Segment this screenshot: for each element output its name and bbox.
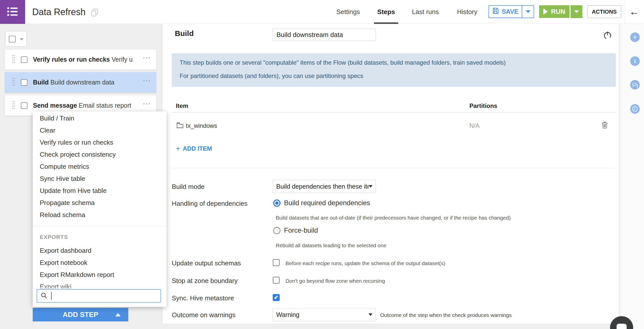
collapse-panel-arrow-icon[interactable]: ← xyxy=(628,0,640,24)
item-partitions: N/A xyxy=(469,122,479,129)
select-caret-icon xyxy=(369,185,373,188)
radio-build-required-dependencies[interactable] xyxy=(273,199,280,207)
step-title: Verify rules or run checks xyxy=(33,56,110,63)
step-ellipsis-menu-icon[interactable]: ⋯ xyxy=(143,76,151,85)
step-subtitle: Verify u… xyxy=(112,56,134,63)
step-info-box: This step builds one or several "computa… xyxy=(172,53,616,87)
scenario-list-icon xyxy=(6,5,19,19)
menu-item-check-consistency[interactable]: Check project consistency xyxy=(33,148,167,160)
actions-label: ACTIONS xyxy=(592,9,617,15)
outcome-on-warnings-label: Outcome on warnings xyxy=(172,311,235,319)
actions-button[interactable]: ACTIONS xyxy=(587,5,621,18)
menu-item-compute-metrics[interactable]: Compute metrics xyxy=(33,160,167,173)
step-ellipsis-menu-icon[interactable]: ⋯ xyxy=(143,53,151,62)
tab-history[interactable]: History xyxy=(456,0,478,24)
add-step-menu: Build / Train Clear Verify rules or run … xyxy=(33,111,167,307)
rail-history-clock-button[interactable] xyxy=(630,104,640,114)
menu-item-sync-hive[interactable]: Sync Hive table xyxy=(33,173,167,185)
run-dropdown-caret[interactable] xyxy=(571,5,582,18)
tab-settings[interactable]: Settings xyxy=(336,0,361,24)
build-mode-label: Build mode xyxy=(172,183,205,191)
checkbox-update-output-schemas[interactable] xyxy=(273,259,280,266)
copy-icon[interactable] xyxy=(91,9,98,18)
step-subtitle: Build downstream data xyxy=(50,79,114,86)
select-all-control[interactable] xyxy=(5,31,27,47)
menu-item-clear[interactable]: Clear xyxy=(33,124,167,136)
radio-build-required-label[interactable]: Build required dependencies xyxy=(284,199,370,207)
save-button[interactable]: SAVE xyxy=(489,5,534,18)
item-name[interactable]: tx_windows xyxy=(186,122,217,129)
menu-divider xyxy=(33,226,167,226)
run-label: RUN xyxy=(551,8,565,16)
save-dropdown-caret[interactable] xyxy=(522,6,534,18)
folder-icon xyxy=(177,122,183,129)
step-checkbox[interactable] xyxy=(21,102,27,109)
right-rail: + i xyxy=(620,24,644,329)
item-row: tx_windows N/A xyxy=(176,121,619,131)
add-step-button[interactable]: ADD STEP xyxy=(33,308,128,321)
menu-section-exports: EXPORTS xyxy=(40,234,68,240)
radio-force-build-description: Rebuild all datasets leading to the sele… xyxy=(276,242,386,249)
drag-handle-icon[interactable] xyxy=(12,100,15,111)
stop-at-zone-boundary-description: Don't go beyond flow zone when recursing xyxy=(286,278,385,284)
add-step-label: ADD STEP xyxy=(63,311,98,319)
stop-at-zone-boundary-label: Stop at zone boundary xyxy=(172,277,238,285)
step-card-verify[interactable]: Verify rules or run checks Verify u… ⋯ xyxy=(5,49,156,70)
update-output-schemas-description: Before each recipe runs, update the sche… xyxy=(286,260,445,266)
menu-item-export-rmarkdown[interactable]: Export RMarkdown report xyxy=(33,269,167,281)
disable-step-power-icon[interactable] xyxy=(603,31,612,40)
plus-icon: + xyxy=(176,146,180,152)
app-header: Data Refresh Settings Steps Last runs Hi… xyxy=(0,0,644,24)
menu-item-update-from-hive[interactable]: Update from Hive table xyxy=(33,185,167,197)
checkbox-sync-hive-metastore[interactable]: ✔ xyxy=(273,294,280,301)
tab-steps[interactable]: Steps xyxy=(376,0,396,24)
menu-item-export-dashboard[interactable]: Export dashboard xyxy=(33,244,167,257)
rail-discussions-button[interactable] xyxy=(630,80,640,90)
info-line: For partitioned datasets (and folders), … xyxy=(180,72,363,79)
search-icon xyxy=(41,292,48,300)
select-caret-icon xyxy=(369,313,373,316)
rail-info-button[interactable]: i xyxy=(630,56,640,66)
step-title: Send message xyxy=(33,102,77,109)
save-label: SAVE xyxy=(502,8,518,15)
step-ellipsis-menu-icon[interactable]: ⋯ xyxy=(143,99,151,108)
build-mode-select[interactable]: Build dependencies then these ite xyxy=(273,180,376,193)
column-header-item: Item xyxy=(176,102,188,109)
step-subtitle: Email status report xyxy=(79,102,131,109)
outcome-on-warnings-select[interactable]: Warning xyxy=(273,308,376,321)
menu-item-propagate-schema[interactable]: Propagate schema xyxy=(33,197,167,209)
menu-item-build-train[interactable]: Build / Train xyxy=(33,112,167,124)
step-checkbox[interactable] xyxy=(21,79,27,86)
checkbox-stop-at-zone-boundary[interactable] xyxy=(273,277,280,284)
build-mode-value: Build dependencies then these ite xyxy=(273,183,369,190)
select-all-checkbox[interactable] xyxy=(9,36,16,43)
radio-force-build[interactable] xyxy=(273,227,280,234)
tab-last-runs[interactable]: Last runs xyxy=(412,0,439,24)
info-line: This step builds one or several "computa… xyxy=(180,59,506,66)
step-name-input[interactable] xyxy=(273,29,376,41)
section-divider xyxy=(172,168,616,168)
play-icon xyxy=(543,9,548,15)
scenario-brand-box[interactable] xyxy=(0,0,25,24)
step-title: Build xyxy=(33,79,49,86)
step-checkbox[interactable] xyxy=(21,56,27,63)
menu-item-verify-rules[interactable]: Verify rules or run checks xyxy=(33,136,167,148)
page-title: Data Refresh xyxy=(32,0,86,24)
rail-add-button[interactable]: + xyxy=(630,32,640,42)
drag-handle-icon[interactable] xyxy=(12,77,15,88)
menu-item-reload-schema[interactable]: Reload schema xyxy=(33,209,167,221)
add-item-button[interactable]: + ADD ITEM xyxy=(176,145,212,152)
drag-handle-icon[interactable] xyxy=(12,54,15,65)
menu-item-export-notebook[interactable]: Export notebook xyxy=(33,257,167,269)
radio-force-build-label[interactable]: Force-build xyxy=(284,227,318,234)
menu-item-export-wiki[interactable]: Export wiki xyxy=(33,281,167,289)
select-all-caret-icon[interactable] xyxy=(20,38,23,40)
text-cursor xyxy=(51,292,52,300)
radio-build-required-description: Build datasets that are out-of-date (if … xyxy=(276,215,511,221)
run-button[interactable]: RUN xyxy=(539,5,582,18)
step-search-box[interactable] xyxy=(37,289,161,303)
delete-item-trash-icon[interactable] xyxy=(601,121,608,130)
header-separator xyxy=(625,0,625,24)
outcome-on-warnings-value: Warning xyxy=(273,311,369,318)
step-card-build[interactable]: Build Build downstream data ⋯ xyxy=(5,72,156,93)
